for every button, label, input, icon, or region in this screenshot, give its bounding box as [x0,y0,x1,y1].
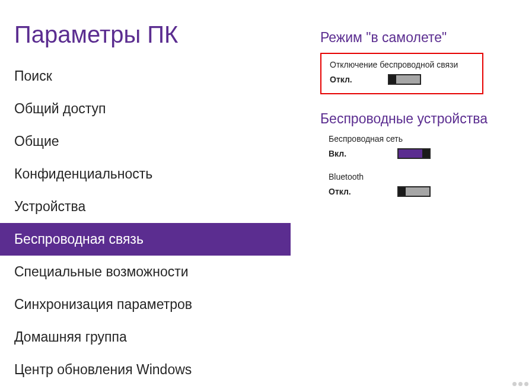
more-options-icon[interactable] [512,382,528,386]
toggle-knob [389,75,396,84]
dot [512,382,517,386]
wifi-label: Беспроводная сеть [329,134,508,144]
airplane-mode-state-label: Откл. [330,75,355,84]
sidebar-item-homegroup[interactable]: Домашняя группа [0,321,291,353]
sidebar-item-search[interactable]: Поиск [0,60,291,93]
sidebar-list: Поиск Общий доступ Общие Конфиденциально… [0,60,291,386]
wifi-setting: Беспроводная сеть Вкл. [320,134,508,159]
sidebar-item-sync[interactable]: Синхронизация параметров [0,288,291,321]
dot [518,382,523,386]
wifi-toggle-row: Вкл. [329,148,508,159]
sidebar-item-general[interactable]: Общие [0,125,291,158]
bluetooth-toggle[interactable] [397,186,431,197]
sidebar-item-wireless[interactable]: Беспроводная связь [0,223,291,256]
sidebar-item-privacy[interactable]: Конфиденциальность [0,158,291,190]
wireless-devices-section: Беспроводные устройства Беспроводная сет… [320,111,508,197]
toggle-knob [422,149,429,158]
sidebar-item-share[interactable]: Общий доступ [0,93,291,125]
airplane-mode-header: Режим "в самолете" [320,30,508,46]
bluetooth-state-label: Откл. [329,187,353,196]
airplane-mode-highlight: Отключение беспроводной связи Откл. [320,53,483,94]
bluetooth-setting: Bluetooth Откл. [320,172,508,197]
sidebar-item-accessibility[interactable]: Специальные возможности [0,256,291,288]
wireless-devices-header: Беспроводные устройства [320,111,508,127]
airplane-mode-toggle[interactable] [388,74,421,85]
page-title: Параметры ПК [0,0,291,60]
toggle-knob [399,187,406,196]
content-panel: Режим "в самолете" Отключение беспроводн… [291,0,532,392]
bluetooth-label: Bluetooth [329,172,508,181]
sidebar: Параметры ПК Поиск Общий доступ Общие Ко… [0,0,291,392]
sidebar-item-windows-update[interactable]: Центр обновления Windows [0,353,291,386]
airplane-mode-label: Отключение беспроводной связи [330,60,474,69]
sidebar-item-devices[interactable]: Устройства [0,190,291,223]
dot [524,382,528,386]
wifi-state-label: Вкл. [329,149,353,158]
wifi-toggle[interactable] [397,148,431,159]
bluetooth-toggle-row: Откл. [329,186,508,197]
airplane-mode-toggle-row: Откл. [330,74,474,85]
